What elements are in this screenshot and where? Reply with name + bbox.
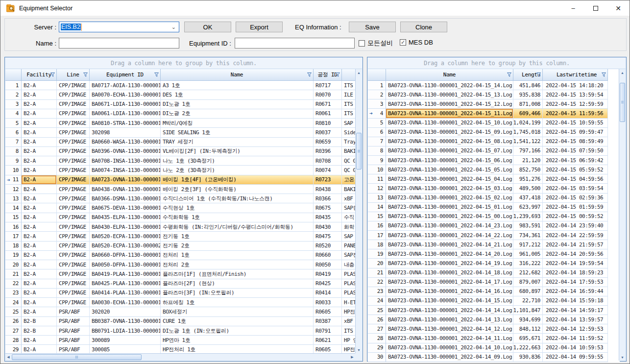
cell[interactable]: BA0723-OVNA-1130-000001_2022-04-15_05.Lo… xyxy=(386,165,513,174)
cell[interactable]: B2-B xyxy=(22,326,57,336)
table-row[interactable]: 6BA0723-OVNA-1130-000001_2022-04-15_09.L… xyxy=(368,128,608,137)
table-row[interactable]: 1B2-ACPP/IMAGEBA0717-AOIA-1130-000001A3 … xyxy=(5,81,357,90)
cell[interactable]: HP연마 1호 xyxy=(161,336,314,345)
row-number-cell[interactable]: 17 xyxy=(5,232,22,241)
cell[interactable]: PSR/ABF xyxy=(57,307,90,316)
row-number-cell[interactable]: 5 xyxy=(5,119,22,128)
scrollbar-thumb[interactable] xyxy=(356,133,362,170)
cell[interactable]: BA0723-OVNA-1130-000001_2022-04-14_19.Lo… xyxy=(386,259,513,268)
cell[interactable]: B2-A xyxy=(22,203,57,213)
cell[interactable]: BA0723-OVNA-1130-000001_2022-04-15_06.Lo… xyxy=(386,156,513,165)
cell[interactable]: 316,222 xyxy=(513,259,543,268)
cell[interactable]: B2-A xyxy=(22,232,57,241)
table-row[interactable]: 17B2-ACPP/IMAGEBA0520-ECPA-1130-000001전기… xyxy=(5,232,357,241)
cell[interactable]: R0659 xyxy=(314,138,342,147)
cell[interactable]: R0717 xyxy=(314,81,342,90)
row-number-cell[interactable]: 9 xyxy=(368,156,386,165)
cell[interactable]: 2022-04-15 03:59:54 xyxy=(543,184,608,193)
row-number-cell[interactable]: 15 xyxy=(5,213,22,222)
checkbox-box[interactable]: ✓ xyxy=(359,40,365,47)
cell[interactable]: B2-A xyxy=(22,119,57,128)
table-row[interactable]: 23B2-ACPP/IMAGEBA0414-PLAA-1130-000001플라… xyxy=(5,289,357,298)
row-number-cell[interactable]: 13 xyxy=(5,194,22,203)
cell[interactable]: 2022-04-15 00:59:52 xyxy=(543,212,608,221)
cell[interactable]: R0074 xyxy=(314,166,342,175)
cell[interactable]: R0621 xyxy=(314,336,342,345)
cell[interactable]: BA0723-OVNA-1130-000001_2022-04-14_13.Lo… xyxy=(386,315,513,324)
column-header-length[interactable]: Length xyxy=(513,69,543,81)
column-header-lastwritetime[interactable]: Lastwritetime xyxy=(543,69,608,81)
cell[interactable]: VL베이킹[2F] (IN:두께측정기) xyxy=(161,147,314,156)
cell[interactable]: B2-B xyxy=(22,317,57,326)
table-row[interactable]: 25B2-APSR/ABF302020BOX세정기R0605HP전 xyxy=(5,307,357,316)
cell[interactable]: CPP/IMAGE xyxy=(57,269,90,279)
ok-button[interactable]: OK xyxy=(184,22,231,32)
cell[interactable]: 2022-04-15 04:59:56 xyxy=(543,174,608,184)
cell[interactable]: R0037 xyxy=(314,128,342,137)
cell[interactable]: 2022-04-14 15:59:18 xyxy=(543,296,608,306)
row-number-cell[interactable]: 3 xyxy=(5,100,22,109)
row-number-cell[interactable]: 25 xyxy=(368,306,386,315)
cell[interactable]: R0605 xyxy=(314,307,342,316)
cell[interactable]: TRAY 세정기 xyxy=(161,138,314,147)
cell[interactable]: R0419 xyxy=(314,269,342,279)
table-row[interactable]: 16B2-ACPP/IMAGEBA0430-ELPA-1130-000001수평… xyxy=(5,222,357,232)
cell[interactable]: R0061 xyxy=(314,109,342,119)
cell[interactable]: R0723 xyxy=(314,175,342,185)
table-row[interactable]: 4B2-ACPP/IMAGEBA0061-LDIA-1130-000001DI노… xyxy=(5,109,357,119)
row-number-cell[interactable]: 26 xyxy=(5,317,22,326)
row-number-cell[interactable]: 18 xyxy=(368,240,386,249)
column-header-line[interactable]: Line xyxy=(57,69,90,81)
cell[interactable]: 2022-04-15 14:18:20 xyxy=(543,81,608,90)
cell[interactable]: R0050 xyxy=(314,260,342,269)
cell[interactable]: R0387 xyxy=(314,317,342,326)
cell[interactable]: BA0660-DFPA-1130-000001 xyxy=(90,251,161,260)
row-number-cell[interactable]: 16 xyxy=(368,221,386,231)
cell[interactable]: B2-A xyxy=(22,213,57,222)
table-row[interactable]: 13BA0723-OVNA-1130-000001_2022-04-15_02.… xyxy=(368,194,608,203)
cell[interactable]: 2022-04-14 12:59:53 xyxy=(543,324,608,334)
cell[interactable]: B2-A xyxy=(22,194,57,203)
cell[interactable]: BA0723-OVNA-1130-000001_2022-04-14_15.Lo… xyxy=(386,296,513,306)
row-number-cell[interactable]: 20 xyxy=(5,260,22,269)
cell[interactable]: 1,541,122 xyxy=(513,137,543,146)
cell[interactable]: 437,418 xyxy=(513,194,543,203)
table-row[interactable]: 23BA0723-OVNA-1130-000001_2022-04-14_16.… xyxy=(368,287,608,296)
cell[interactable]: BA0723-OVNA-1130-000001_2022-04-14_18.Lo… xyxy=(386,268,513,278)
cell[interactable]: B2-A xyxy=(22,242,57,251)
table-row[interactable]: 18B2-ACPP/IMAGEBA0520-ECPA-1130-000002전기… xyxy=(5,242,357,251)
cell[interactable]: BA0435-ELPA-1130-000001 xyxy=(90,213,161,222)
cell[interactable]: BA0061-LDIA-1130-000001 xyxy=(90,109,161,119)
cell[interactable]: 2022-04-14 22:59:59 xyxy=(543,231,608,240)
cell[interactable]: 951,276 xyxy=(513,174,543,184)
cell[interactable]: CPP/IMAGE xyxy=(57,90,90,99)
cell[interactable]: 21,120 xyxy=(513,156,543,165)
cell[interactable]: BA0723-OVNA-1130-000001_2022-04-15_01.Lo… xyxy=(386,203,513,212)
cell[interactable]: BA0520-ECPA-1130-000001 xyxy=(90,232,161,241)
row-number-cell[interactable]: 23 xyxy=(368,287,386,296)
table-row[interactable]: 30BA0723-OVNA-1130-000001_2022-04-14_09.… xyxy=(368,353,608,362)
cell[interactable]: B2-A xyxy=(22,128,57,137)
filter-icon[interactable] xyxy=(50,73,55,77)
cell[interactable]: CPP/IMAGE xyxy=(57,100,90,109)
filter-icon[interactable] xyxy=(507,73,511,77)
cell[interactable]: B2-A xyxy=(22,251,57,260)
table-row[interactable]: 21BA0723-OVNA-1130-000001_2022-04-14_18.… xyxy=(368,268,608,278)
cell[interactable]: BB0791-LDIA-1130-000001 xyxy=(90,326,161,336)
filter-icon[interactable] xyxy=(536,73,541,77)
cell[interactable]: 나노 1호 (3D측정기) xyxy=(161,156,314,166)
table-row[interactable]: 15BA0723-OVNA-1130-000001_2022-04-15_00.… xyxy=(368,212,608,221)
cell[interactable]: M박리/Q에칭 xyxy=(161,119,314,128)
cell[interactable]: B2-A xyxy=(22,307,57,316)
export-button[interactable]: Export xyxy=(236,22,283,32)
table-row[interactable]: 3B2-ACPP/IMAGEBA0671-LDIA-1130-000001DI노… xyxy=(5,100,357,109)
cell[interactable]: BA0723-OVNA-1130-000001_2022-04-15_02.Lo… xyxy=(386,194,513,203)
filter-icon[interactable] xyxy=(83,73,88,77)
cell[interactable]: BA0675-DEVA-1130-000001 xyxy=(90,203,161,213)
filter-icon[interactable] xyxy=(307,73,312,77)
row-number-cell[interactable]: 3 xyxy=(368,99,386,109)
row-number-cell[interactable]: 24 xyxy=(5,298,22,307)
row-number-cell[interactable]: 1 xyxy=(368,81,386,90)
cell[interactable]: BA0050-DFPA-1130-000001 xyxy=(90,260,161,269)
cell[interactable]: BA0723-OVNA-1130-000001_2022-04-14_20.Lo… xyxy=(386,249,513,259)
